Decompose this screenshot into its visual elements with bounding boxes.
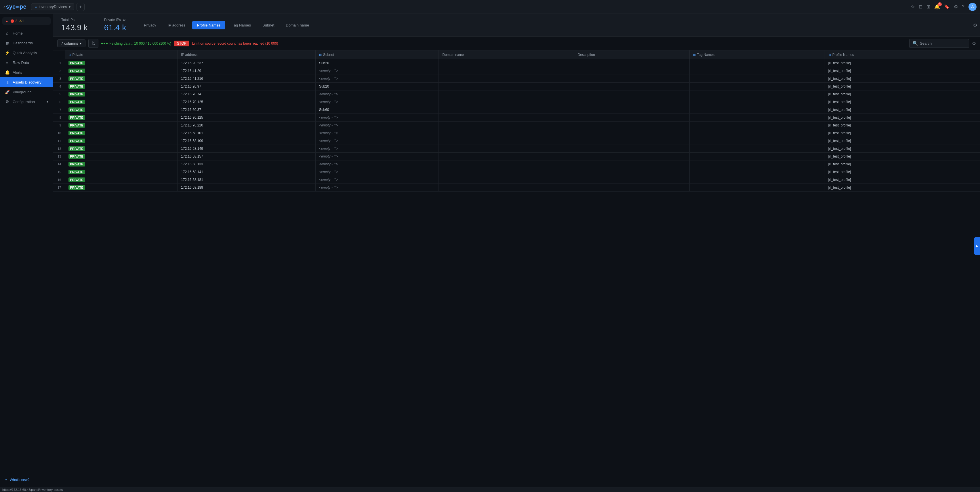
col-ip-address[interactable]: IP address	[178, 50, 316, 59]
col-subnet[interactable]: ⊞ Subnet	[315, 50, 439, 59]
cell-tags	[689, 91, 825, 98]
table-body: 1PRIVATE172.16.20.237Sub20[rl_test_profi…	[53, 59, 980, 192]
settings-icon[interactable]: ⚙	[954, 4, 958, 10]
app-logo[interactable]: ‹ syc∞pe	[3, 3, 27, 10]
sidebar-item-dashboards[interactable]: ▦ Dashboards	[0, 38, 53, 48]
pill-profile-names[interactable]: Profile Names	[192, 21, 226, 29]
private-badge: PRIVATE	[68, 61, 85, 65]
cell-description	[574, 121, 689, 129]
sidebar-item-home[interactable]: ⌂ Home	[0, 28, 53, 38]
private-badge: PRIVATE	[68, 76, 85, 81]
cell-tags	[689, 114, 825, 121]
cell-domain	[439, 91, 574, 98]
cell-description	[574, 75, 689, 83]
sidebar-item-assets-discovery[interactable]: ◫ Assets Discovery	[0, 77, 53, 87]
active-tab[interactable]: ≡ inventoryDevices ▾	[31, 3, 75, 10]
col-domain-name[interactable]: Domain name	[439, 50, 574, 59]
col-profile-names[interactable]: ⊞ Profile Names	[825, 50, 980, 59]
col-description[interactable]: Description	[574, 50, 689, 59]
apps-icon[interactable]: ⊞	[926, 4, 930, 10]
private-badge: PRIVATE	[68, 185, 85, 190]
filter-icon[interactable]: ⊟	[919, 4, 923, 10]
pill-subnet[interactable]: Subnet	[258, 21, 279, 29]
col-tag-names[interactable]: ⊞ Tag Names	[689, 50, 825, 59]
col-private-icon: ⊞	[68, 53, 71, 57]
table-row: 11PRIVATE172.16.58.109<empty - "">[rl_te…	[53, 137, 980, 145]
cell-subnet: <empty - "">	[315, 137, 439, 145]
statusbar-url: https://172.16.60.45/panel/inventory-ass…	[2, 488, 63, 491]
right-edge-button[interactable]: ▶	[974, 237, 980, 255]
pill-tag-names[interactable]: Tag Names	[227, 21, 256, 29]
cell-ip: 172.16.58.149	[178, 145, 316, 153]
stats-settings-button[interactable]: ⚙	[970, 14, 980, 36]
sort-button[interactable]: ⇅	[88, 39, 99, 48]
cell-private: PRIVATE	[65, 75, 178, 83]
topbar-icons: ☆ ⊟ ⊞ 🔔 5 🔖 ⚙ ? A	[911, 3, 977, 11]
cell-tags	[689, 160, 825, 168]
columns-button[interactable]: 7 columns ▾	[57, 40, 86, 47]
tab-pills: Privacy IP address Profile Names Tag Nam…	[134, 14, 970, 36]
gear-icon[interactable]: ⚙	[123, 18, 126, 22]
row-number: 2	[53, 67, 65, 75]
sidebar-item-alerts[interactable]: 🔔 Alerts	[0, 67, 53, 77]
cell-profiles: [rl_test_profile]	[825, 83, 980, 91]
sidebar-item-quick-analysis[interactable]: ⚡ Quick Analysis	[0, 48, 53, 58]
fetch-dot-2	[103, 43, 105, 44]
cell-domain	[439, 83, 574, 91]
cell-profiles: [rl_test_profile]	[825, 168, 980, 176]
cell-private: PRIVATE	[65, 129, 178, 137]
private-badge: PRIVATE	[68, 100, 85, 104]
table-settings-button[interactable]: ⚙	[972, 41, 976, 46]
star-icon[interactable]: ☆	[911, 4, 915, 10]
cell-subnet: Sub60	[315, 106, 439, 114]
warning-count: ⚠1	[19, 19, 24, 23]
cell-tags	[689, 176, 825, 184]
cell-tags	[689, 168, 825, 176]
sidebar-bottom: ✦ What's new?	[0, 475, 53, 485]
table-row: 4PRIVATE172.16.20.97Sub20[rl_test_profil…	[53, 83, 980, 91]
search-input[interactable]	[920, 41, 966, 46]
tab-dropdown-icon[interactable]: ▾	[69, 5, 70, 9]
cell-tags	[689, 145, 825, 153]
pill-domain-name[interactable]: Domain name	[281, 21, 314, 29]
sidebar-item-raw-data[interactable]: ≡ Raw Data	[0, 58, 53, 67]
cell-domain	[439, 184, 574, 192]
help-icon[interactable]: ?	[962, 4, 964, 10]
pill-privacy[interactable]: Privacy	[139, 21, 161, 29]
cell-tags	[689, 129, 825, 137]
cell-ip: 172.16.70.125	[178, 98, 316, 106]
bell-icon[interactable]: 🔔 5	[934, 4, 940, 10]
cell-tags	[689, 59, 825, 67]
back-arrow[interactable]: ‹	[3, 5, 5, 9]
cell-description	[574, 129, 689, 137]
col-private[interactable]: ⊞ Private	[65, 50, 178, 59]
private-badge: PRIVATE	[68, 146, 85, 151]
row-number: 9	[53, 121, 65, 129]
whats-new-icon: ✦	[5, 478, 8, 482]
sidebar-item-playground[interactable]: 🚀 Playground	[0, 87, 53, 97]
sidebar-item-configuration[interactable]: ⚙ Configuration ▾	[0, 97, 53, 107]
table-row: 1PRIVATE172.16.20.237Sub20[rl_test_profi…	[53, 59, 980, 67]
row-number: 15	[53, 168, 65, 176]
cell-tags	[689, 83, 825, 91]
cell-tags	[689, 137, 825, 145]
search-box[interactable]: 🔍	[909, 39, 969, 48]
cell-subnet: <empty - "">	[315, 98, 439, 106]
add-tab-button[interactable]: +	[76, 3, 84, 11]
cell-private: PRIVATE	[65, 137, 178, 145]
cell-tags	[689, 98, 825, 106]
bookmark-icon[interactable]: 🔖	[944, 4, 950, 10]
whats-new-button[interactable]: ✦ What's new?	[5, 478, 48, 482]
cell-profiles: [rl_test_profile]	[825, 114, 980, 121]
stop-button[interactable]: STOP	[174, 41, 189, 46]
cell-tags	[689, 184, 825, 192]
cell-domain	[439, 168, 574, 176]
cell-ip: 172.16.30.125	[178, 114, 316, 121]
private-badge: PRIVATE	[68, 84, 85, 89]
avatar[interactable]: A	[969, 3, 977, 11]
content-area: Total IPs 143.9 k Private IPs ⚙ 61.4 k P…	[53, 14, 980, 487]
cell-private: PRIVATE	[65, 184, 178, 192]
pill-ip-address[interactable]: IP address	[163, 21, 191, 29]
row-number: 10	[53, 129, 65, 137]
cell-subnet: <empty - "">	[315, 153, 439, 160]
